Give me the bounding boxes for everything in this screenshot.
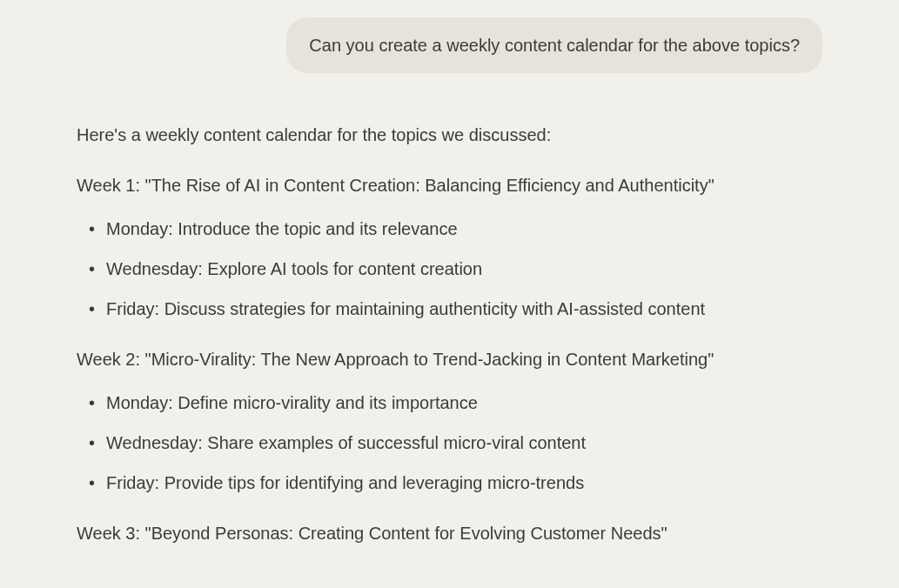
list-item: Monday: Define micro-virality and its im… (106, 390, 822, 416)
user-message-row: Can you create a weekly content calendar… (77, 17, 822, 73)
list-item: Monday: Introduce the topic and its rele… (106, 216, 822, 242)
list-item: Friday: Discuss strategies for maintaini… (106, 296, 822, 322)
week-1-heading: Week 1: "The Rise of AI in Content Creat… (77, 172, 822, 198)
week-3-heading: Week 3: "Beyond Personas: Creating Conte… (77, 520, 822, 546)
week-1-list: Monday: Introduce the topic and its rele… (77, 216, 822, 322)
list-item: Wednesday: Share examples of successful … (106, 430, 822, 456)
assistant-message: Here's a weekly content calendar for the… (77, 122, 822, 546)
user-message[interactable]: Can you create a weekly content calendar… (286, 17, 822, 73)
assistant-intro: Here's a weekly content calendar for the… (77, 122, 822, 148)
list-item: Wednesday: Explore AI tools for content … (106, 256, 822, 282)
chat-container: Can you create a weekly content calendar… (0, 0, 899, 546)
list-item: Friday: Provide tips for identifying and… (106, 470, 822, 496)
week-2-list: Monday: Define micro-virality and its im… (77, 390, 822, 496)
week-2-heading: Week 2: "Micro-Virality: The New Approac… (77, 346, 822, 372)
